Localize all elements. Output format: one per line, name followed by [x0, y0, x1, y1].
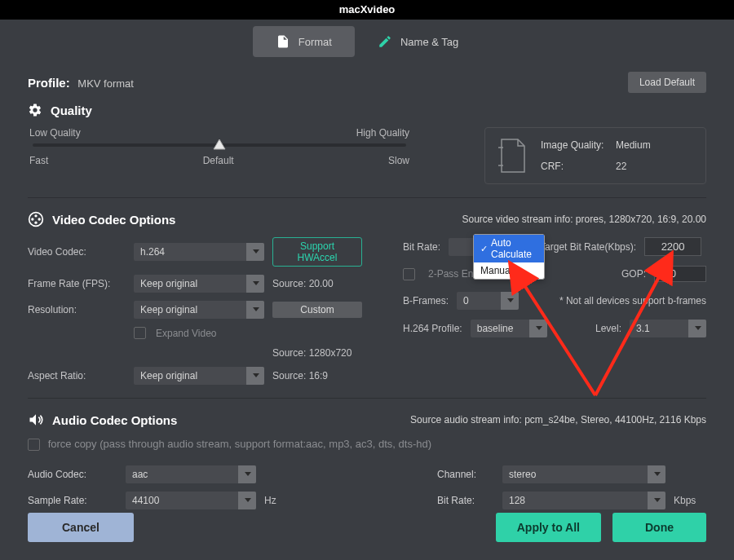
- window-title: macXvideo: [0, 0, 734, 20]
- resolution-label: Resolution:: [28, 304, 126, 315]
- level-label: Level:: [595, 323, 621, 334]
- expand-video-label: Expand Video: [156, 328, 217, 339]
- fps-select[interactable]: Keep original: [134, 275, 264, 293]
- channel-select[interactable]: stereo: [502, 465, 665, 483]
- quality-info-box: Image Quality:Medium CRF:22: [484, 127, 706, 184]
- load-default-button[interactable]: Load Default: [628, 72, 706, 93]
- quality-slider[interactable]: [33, 143, 406, 147]
- video-source-info: Source video stream info: prores, 1280x7…: [462, 214, 706, 225]
- gear-icon: [28, 103, 42, 117]
- gop-input[interactable]: [654, 266, 706, 282]
- bframes-select[interactable]: 0: [457, 292, 519, 310]
- tab-format[interactable]: Format: [253, 26, 355, 57]
- aspect-ratio-select[interactable]: Keep original: [134, 367, 264, 385]
- audio-heading: Audio Codec Options: [52, 413, 177, 427]
- expand-video-checkbox[interactable]: [134, 327, 146, 339]
- bitrate-label: Bit Rate:: [403, 241, 440, 253]
- fps-source: Source: 20.00: [272, 278, 362, 289]
- hwaccel-button[interactable]: Support HWAccel: [272, 237, 362, 267]
- audio-codec-select[interactable]: aac: [126, 465, 256, 483]
- custom-button[interactable]: Custom: [272, 302, 362, 318]
- nametag-icon: [378, 34, 392, 49]
- forcecopy-label: force copy (pass through audio stream, s…: [48, 438, 431, 450]
- tab-nametag[interactable]: Name & Tag: [355, 26, 481, 57]
- target-bitrate-input[interactable]: [644, 237, 701, 256]
- level-select[interactable]: 3.1: [630, 320, 706, 337]
- apply-to-all-button[interactable]: Apply to All: [496, 513, 601, 542]
- slow-label: Slow: [388, 155, 409, 166]
- film-icon: [28, 211, 44, 227]
- default-label: Default: [203, 155, 234, 166]
- crf-value: 22: [616, 161, 626, 172]
- low-quality-label: Low Quality: [29, 127, 81, 139]
- audio-source-info: Source audio stream info: pcm_s24be, Ste…: [410, 414, 706, 426]
- fps-label: Frame Rate (FPS):: [28, 278, 126, 289]
- svg-point-7: [34, 222, 37, 224]
- resolution-source: Source: 1280x720: [272, 347, 362, 359]
- profile-label: Profile: MKV format: [28, 76, 134, 90]
- svg-point-4: [34, 214, 37, 217]
- crf-label: CRF:: [541, 161, 616, 172]
- image-quality-label: Image Quality:: [541, 139, 616, 151]
- audio-codec-label: Audio Codec:: [28, 469, 117, 480]
- gop-label: GOP:: [621, 268, 646, 280]
- twopass-checkbox[interactable]: [403, 268, 415, 280]
- aspect-ratio-label: Aspect Ratio:: [28, 370, 126, 381]
- video-codec-label: Video Codec:: [28, 246, 126, 258]
- video-heading: Video Codec Options: [52, 213, 175, 227]
- h264-profile-label: H.264 Profile:: [403, 323, 462, 334]
- bframes-label: B-Frames:: [403, 295, 449, 306]
- bitrate-option-auto[interactable]: Auto Calculate: [474, 235, 544, 262]
- tab-bar: Format Name & Tag: [0, 26, 734, 57]
- format-icon: [276, 34, 290, 49]
- cancel-button[interactable]: Cancel: [28, 513, 134, 542]
- slider-thumb[interactable]: [212, 138, 227, 152]
- profile-value: MKV format: [77, 77, 134, 90]
- quality-heading: Quality: [51, 104, 92, 117]
- channel-label: Channel:: [437, 469, 494, 480]
- svg-point-5: [31, 218, 33, 220]
- image-quality-value: Medium: [616, 139, 651, 151]
- document-icon: [497, 136, 529, 175]
- bframes-note: * Not all devices support b-frames: [559, 295, 706, 306]
- done-button[interactable]: Done: [612, 513, 706, 542]
- svg-point-6: [38, 218, 41, 220]
- aspect-ratio-source: Source: 16:9: [272, 370, 362, 381]
- fast-label: Fast: [29, 155, 48, 166]
- bitrate-dropdown[interactable]: Auto Calculate Manual: [473, 234, 545, 280]
- speaker-icon: [28, 412, 44, 428]
- h264-profile-select[interactable]: baseline: [471, 320, 547, 337]
- forcecopy-checkbox[interactable]: [28, 439, 40, 451]
- svg-marker-2: [214, 139, 225, 149]
- tab-nametag-label: Name & Tag: [400, 36, 458, 48]
- video-codec-select[interactable]: h.264: [134, 243, 264, 261]
- high-quality-label: High Quality: [356, 127, 409, 139]
- target-bitrate-label: Target Bit Rate(Kbps):: [540, 241, 636, 253]
- tab-format-label: Format: [298, 36, 332, 48]
- bitrate-option-manual[interactable]: Manual: [474, 262, 544, 279]
- resolution-select[interactable]: Keep original: [134, 301, 264, 319]
